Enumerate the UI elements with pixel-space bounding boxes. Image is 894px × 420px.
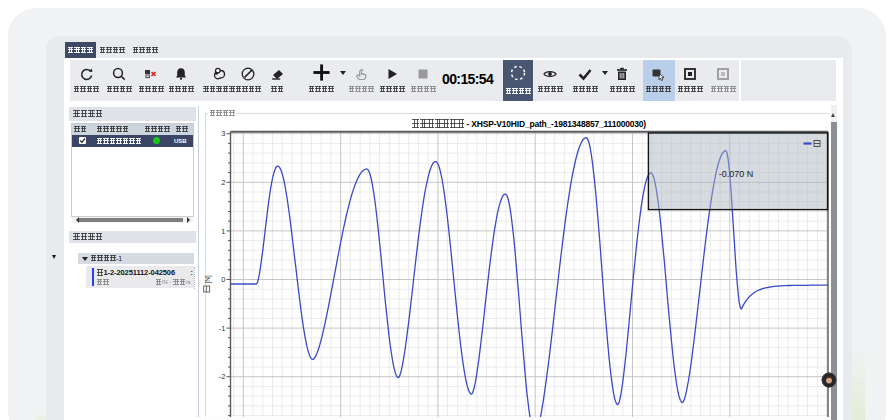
svg-text:-2: -2 — [219, 372, 226, 381]
svg-text:3: 3 — [221, 129, 225, 138]
svg-text:1: 1 — [221, 227, 225, 236]
svg-text:-1: -1 — [219, 324, 226, 333]
svg-text:2: 2 — [221, 178, 225, 187]
svg-text:[N]: [N] — [204, 275, 212, 284]
svg-text:0: 0 — [221, 275, 225, 284]
svg-text:-0.070 N: -0.070 N — [719, 169, 754, 179]
